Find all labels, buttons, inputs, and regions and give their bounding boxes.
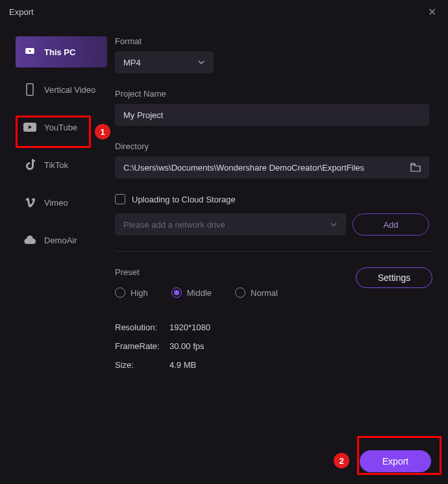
cloud-upload-checkbox[interactable]	[115, 194, 125, 204]
network-drive-select[interactable]: Please add a network drive	[115, 213, 346, 236]
tiktok-icon	[23, 158, 36, 171]
format-value: MP4	[123, 58, 141, 67]
divider	[115, 251, 432, 252]
cloud-upload-label: Uploading to Cloud Storage	[132, 195, 236, 204]
radio-icon	[115, 287, 125, 298]
preset-high-radio[interactable]: High	[115, 287, 148, 298]
sidebar-item-label: Vertical Video	[44, 85, 95, 95]
network-drive-placeholder: Please add a network drive	[123, 220, 225, 230]
close-icon[interactable]: ✕	[425, 3, 439, 21]
phone-icon	[23, 83, 36, 96]
add-button[interactable]: Add	[353, 213, 429, 236]
sidebar-item-vertical-video[interactable]: Vertical Video	[16, 74, 107, 105]
format-select[interactable]: MP4	[115, 51, 214, 73]
framerate-value: 30.00 fps	[169, 341, 205, 351]
framerate-label: FrameRate:	[115, 341, 169, 351]
directory-value: C:\Users\ws\Documents\Wondershare DemoCr…	[123, 163, 364, 173]
resolution-label: Resolution:	[115, 322, 169, 332]
preset-label: Preset	[115, 267, 278, 277]
format-label: Format	[115, 36, 432, 46]
folder-icon[interactable]	[410, 163, 421, 172]
annotation-highlight-youtube	[16, 115, 91, 148]
settings-button[interactable]: Settings	[356, 267, 432, 288]
size-label: Size:	[115, 360, 169, 370]
annotation-badge-2: 2	[334, 453, 349, 468]
project-name-input[interactable]: My Project	[115, 104, 429, 126]
radio-icon	[235, 287, 245, 298]
sidebar-item-label: Vimeo	[44, 198, 68, 208]
svg-rect-2	[27, 84, 33, 95]
directory-input[interactable]: C:\Users\ws\Documents\Wondershare DemoCr…	[115, 156, 429, 178]
size-value: 4.9 MB	[169, 360, 196, 370]
vimeo-icon	[23, 196, 36, 209]
sidebar: This PC Vertical Video YouTube TikTok Vi…	[0, 23, 107, 439]
preset-middle-radio[interactable]: Middle	[171, 287, 212, 298]
radio-checked-icon	[171, 287, 182, 298]
monitor-icon	[23, 45, 36, 58]
directory-label: Directory	[115, 141, 432, 151]
chevron-down-icon	[330, 222, 338, 227]
annotation-badge-1: 1	[95, 124, 110, 139]
sidebar-item-demoair[interactable]: DemoAir	[16, 224, 107, 256]
project-name-label: Project Name	[115, 89, 432, 99]
sidebar-item-label: DemoAir	[44, 236, 77, 245]
resolution-value: 1920*1080	[169, 322, 210, 332]
sidebar-item-label: TikTok	[44, 160, 68, 170]
sidebar-item-label: This PC	[44, 47, 75, 57]
chevron-down-icon	[197, 60, 205, 65]
sidebar-item-this-pc[interactable]: This PC	[16, 36, 107, 67]
cloud-icon	[23, 234, 36, 247]
project-name-value: My Project	[123, 110, 163, 120]
sidebar-item-tiktok[interactable]: TikTok	[16, 149, 107, 180]
preset-normal-radio[interactable]: Normal	[235, 287, 278, 298]
sidebar-item-vimeo[interactable]: Vimeo	[16, 187, 107, 218]
window-title: Export	[9, 7, 34, 17]
svg-point-1	[29, 49, 32, 53]
main-panel: Format MP4 Project Name My Project Direc…	[107, 23, 448, 439]
annotation-highlight-export	[357, 436, 442, 475]
